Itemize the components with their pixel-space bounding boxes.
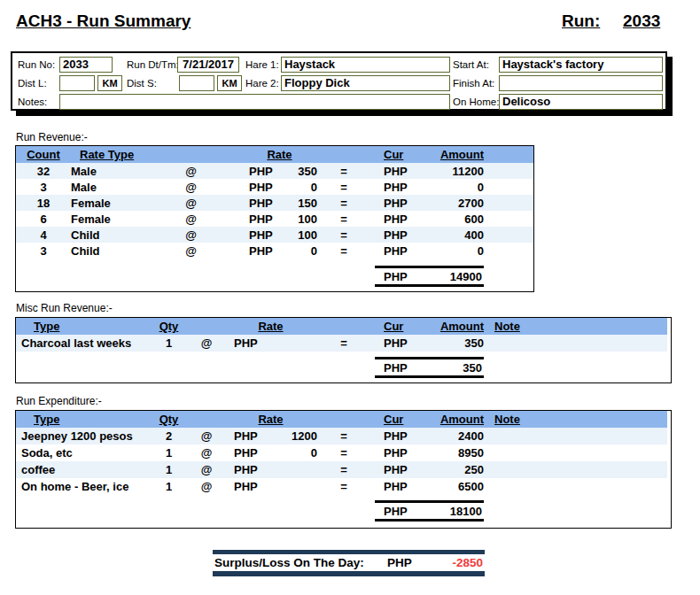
header-qty: Qty <box>149 413 189 426</box>
header-qty: Qty <box>149 320 189 333</box>
misc-revenue-section-label: Misc Run Revenue:- <box>16 302 113 314</box>
cell-rate-type[interactable]: Male <box>71 165 167 178</box>
cell-qty[interactable]: 1 <box>149 336 189 350</box>
run-date-field[interactable]: 7/21/2017 <box>177 57 239 73</box>
header-note: Note <box>494 413 667 426</box>
cell-amount: 250 <box>428 463 484 476</box>
cell-rate-currency: PHP <box>224 480 282 493</box>
total-currency: PHP <box>384 505 408 518</box>
run-no-field[interactable]: 2033 <box>59 57 113 73</box>
page-title: ACH3 - Run Summary <box>16 12 191 31</box>
cell-type[interactable]: Soda, etc <box>16 446 149 460</box>
expenditure-total-row: PHP 18100 <box>375 500 484 522</box>
cell-count[interactable]: 6 <box>16 212 71 226</box>
form-row-1: Run No: 2033 Run Dt/Tm: 7/21/2017 Hare 1… <box>12 55 665 73</box>
cell-qty[interactable]: 1 <box>149 463 189 476</box>
cell-rate-type[interactable]: Child <box>71 244 167 258</box>
cell-count[interactable]: 32 <box>16 165 71 178</box>
table-row: Soda, etc 1 @ PHP 0 = PHP 8950 <box>16 444 667 461</box>
cell-type[interactable]: Charcoal last weeks <box>16 336 149 350</box>
cell-amount: 2700 <box>428 197 484 210</box>
cell-rate-currency: PHP <box>242 244 282 258</box>
total-amount: 350 <box>463 361 482 375</box>
run-revenue-table: Count Rate Type Rate Cur Amount 32 Male … <box>15 145 534 292</box>
cell-type[interactable]: coffee <box>16 463 149 476</box>
cell-currency: PHP <box>375 446 428 460</box>
run-date-label: Run Dt/Tm: <box>127 59 177 70</box>
misc-revenue-rows: Charcoal last weeks 1 @ PHP = PHP 350 <box>16 335 671 352</box>
table-row: coffee 1 @ PHP = PHP 250 <box>16 461 667 478</box>
cell-currency: PHP <box>375 197 428 210</box>
cell-qty[interactable]: 1 <box>149 446 189 460</box>
cell-rate[interactable]: 350 <box>282 165 317 178</box>
cell-equals-sign: = <box>317 165 370 178</box>
cell-qty[interactable]: 2 <box>149 429 189 443</box>
total-currency: PHP <box>384 270 408 283</box>
cell-currency: PHP <box>375 244 428 258</box>
cell-at-sign: @ <box>167 212 215 226</box>
cell-count[interactable]: 18 <box>16 197 71 210</box>
header-note: Note <box>494 320 667 333</box>
cell-rate[interactable]: 100 <box>282 228 317 242</box>
dist-s-field[interactable] <box>179 75 214 91</box>
table-row: 32 Male @ PHP 350 = PHP 11200 <box>16 163 533 179</box>
cell-rate[interactable]: 100 <box>282 212 317 226</box>
cell-count[interactable]: 4 <box>16 228 71 242</box>
cell-amount: 6500 <box>428 480 484 493</box>
table-row: Jeepney 1200 pesos 2 @ PHP 1200 = PHP 24… <box>16 428 667 444</box>
cell-rate[interactable]: 150 <box>282 197 317 210</box>
form-row-3: Notes: On Home: Delicoso <box>12 92 665 111</box>
cell-equals-sign: = <box>317 480 370 493</box>
cell-at-sign: @ <box>167 181 215 194</box>
on-home-label: On Home: <box>453 97 499 107</box>
cell-equals-sign: = <box>317 181 370 194</box>
table-row: 6 Female @ PHP 100 = PHP 600 <box>16 211 533 227</box>
cell-at-sign: @ <box>189 336 224 350</box>
run-no-label: Run No: <box>18 59 59 70</box>
cell-rate[interactable]: 0 <box>282 181 317 194</box>
dist-l-field[interactable] <box>59 75 95 91</box>
notes-field[interactable] <box>59 94 450 110</box>
cell-rate-type[interactable]: Child <box>71 228 167 242</box>
hare1-field[interactable]: Haystack <box>281 57 450 73</box>
start-at-field[interactable]: Haystack's factory <box>499 57 663 73</box>
cell-rate[interactable]: 0 <box>282 446 317 460</box>
cell-rate-currency: PHP <box>242 165 282 178</box>
cell-type[interactable]: Jeepney 1200 pesos <box>16 429 149 443</box>
cell-rate[interactable]: 0 <box>282 244 317 258</box>
table-row: 3 Male @ PHP 0 = PHP 0 <box>16 179 533 195</box>
cell-equals-sign: = <box>317 336 370 350</box>
cell-equals-sign: = <box>317 446 370 460</box>
hare2-field[interactable]: Floppy Dick <box>281 75 450 91</box>
cell-rate-currency: PHP <box>224 463 282 476</box>
cell-type[interactable]: On home - Beer, ice <box>16 480 149 493</box>
cell-rate-currency: PHP <box>224 429 282 443</box>
cell-rate-currency: PHP <box>242 228 282 242</box>
cell-rate-currency: PHP <box>242 212 282 226</box>
cell-count[interactable]: 3 <box>16 181 71 194</box>
cell-currency: PHP <box>375 165 428 178</box>
header-rate: Rate <box>224 320 317 333</box>
expenditure-header-row: Type Qty Rate Cur Amount Note <box>16 411 667 428</box>
cell-qty[interactable]: 1 <box>149 480 189 493</box>
on-home-field[interactable]: Delicoso <box>499 94 663 110</box>
cell-currency: PHP <box>375 463 428 476</box>
cell-rate-currency: PHP <box>224 336 282 350</box>
table-row: 18 Female @ PHP 150 = PHP 2700 <box>16 195 533 211</box>
header-amount: Amount <box>428 413 484 426</box>
total-amount: 14900 <box>450 270 482 283</box>
cell-rate-type[interactable]: Female <box>71 197 167 210</box>
cell-rate-type[interactable]: Male <box>71 181 167 194</box>
finish-at-field[interactable] <box>499 75 663 91</box>
cell-at-sign: @ <box>167 244 215 258</box>
cell-rate-currency: PHP <box>224 446 282 460</box>
misc-revenue-header-row: Type Qty Rate Cur Amount Note <box>16 318 667 335</box>
expenditure-section-label: Run Expenditure:- <box>16 395 102 407</box>
cell-rate-type[interactable]: Female <box>71 212 167 226</box>
cell-currency: PHP <box>375 480 428 493</box>
cell-currency: PHP <box>375 212 428 226</box>
expenditure-table: Type Qty Rate Cur Amount Note Jeepney 12… <box>15 410 672 529</box>
cell-count[interactable]: 3 <box>16 244 71 258</box>
cell-rate[interactable]: 1200 <box>282 429 317 443</box>
cell-amount: 0 <box>428 181 484 194</box>
